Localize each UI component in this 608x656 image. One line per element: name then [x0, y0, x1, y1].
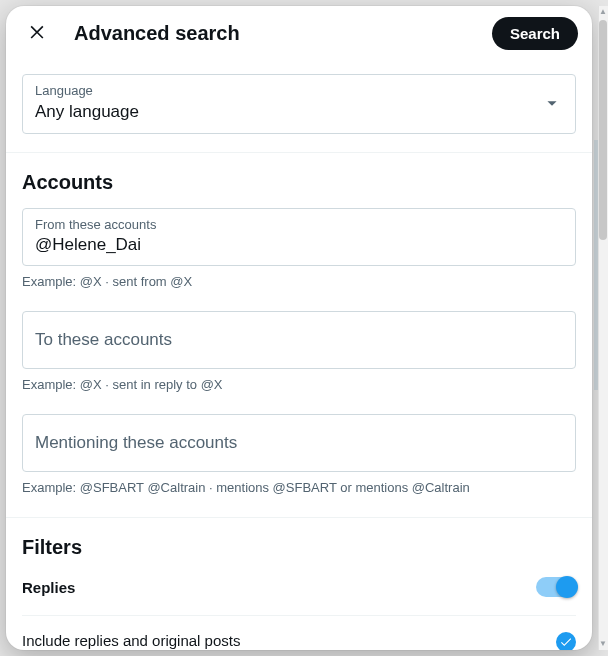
to-accounts-helper: Example: @X · sent in reply to @X	[22, 377, 576, 392]
mentioning-accounts-field[interactable]: Mentioning these accounts	[22, 414, 576, 472]
vertical-scrollbar[interactable]: ▲ ▼	[598, 6, 608, 650]
from-accounts-label: From these accounts	[35, 217, 563, 233]
scroll-down-arrow-icon[interactable]: ▼	[598, 638, 608, 650]
mentioning-accounts-helper: Example: @SFBART @Caltrain · mentions @S…	[22, 480, 576, 495]
search-button[interactable]: Search	[492, 17, 578, 50]
language-select[interactable]: Language Any language	[22, 74, 576, 134]
from-accounts-field[interactable]: From these accounts	[22, 208, 576, 266]
replies-filter-row: Replies	[22, 559, 576, 615]
dialog-title: Advanced search	[74, 22, 240, 45]
replies-toggle[interactable]	[536, 577, 576, 597]
filters-section-title: Filters	[22, 536, 576, 559]
scrollbar-thumb[interactable]	[599, 20, 607, 240]
scroll-up-arrow-icon[interactable]: ▲	[598, 6, 608, 18]
replies-option-row[interactable]: Include replies and original posts	[22, 616, 576, 650]
close-button[interactable]	[20, 16, 54, 50]
divider	[6, 152, 592, 153]
dialog-body: Language Any language Accounts From thes…	[6, 60, 592, 650]
divider	[6, 517, 592, 518]
toggle-knob	[556, 576, 578, 598]
radio-checked-icon	[556, 632, 576, 650]
to-accounts-placeholder: To these accounts	[35, 330, 172, 349]
accounts-section-title: Accounts	[22, 171, 576, 194]
from-accounts-helper: Example: @X · sent from @X	[22, 274, 576, 289]
language-value: Any language	[35, 101, 139, 123]
from-accounts-input[interactable]	[35, 235, 563, 255]
advanced-search-dialog: Advanced search Search Language Any lang…	[6, 6, 592, 650]
to-accounts-field[interactable]: To these accounts	[22, 311, 576, 369]
mentioning-accounts-placeholder: Mentioning these accounts	[35, 433, 237, 452]
replies-option-label: Include replies and original posts	[22, 632, 240, 649]
chevron-down-icon	[541, 92, 563, 114]
dialog-header: Advanced search Search	[6, 6, 592, 60]
close-icon	[27, 21, 47, 45]
replies-label: Replies	[22, 579, 75, 596]
language-label: Language	[35, 83, 139, 99]
